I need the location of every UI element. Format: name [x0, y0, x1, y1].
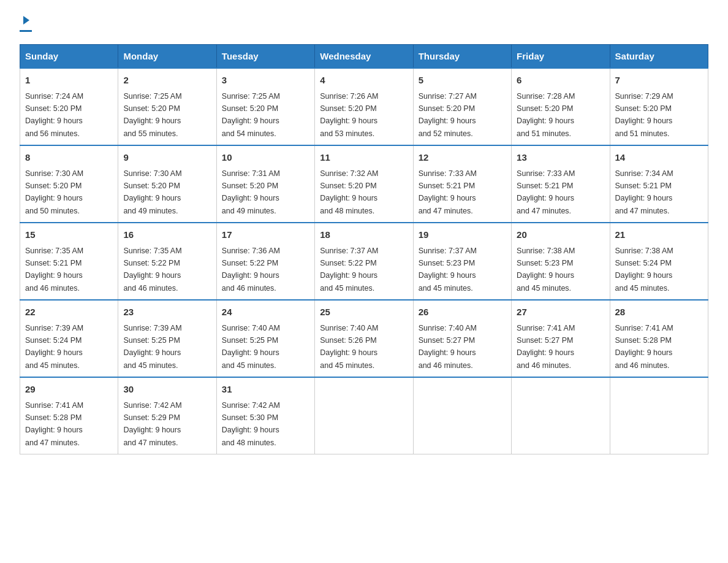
calendar-cell: 31Sunrise: 7:42 AMSunset: 5:30 PMDayligh… [216, 377, 314, 454]
day-number: 4 [320, 74, 408, 88]
day-number: 8 [25, 151, 113, 165]
day-info: Sunrise: 7:30 AMSunset: 5:20 PMDaylight:… [123, 169, 181, 215]
calendar-cell [610, 377, 708, 454]
week-row-5: 29Sunrise: 7:41 AMSunset: 5:28 PMDayligh… [20, 377, 708, 454]
day-info: Sunrise: 7:27 AMSunset: 5:20 PMDaylight:… [419, 92, 477, 138]
calendar-cell [315, 377, 413, 454]
day-number: 25 [320, 305, 408, 320]
week-row-1: 1Sunrise: 7:24 AMSunset: 5:20 PMDaylight… [20, 68, 708, 145]
calendar-cell: 20Sunrise: 7:38 AMSunset: 5:23 PMDayligh… [512, 223, 610, 300]
day-info: Sunrise: 7:42 AMSunset: 5:30 PMDaylight:… [222, 401, 280, 447]
calendar-cell [413, 377, 511, 454]
day-info: Sunrise: 7:32 AMSunset: 5:20 PMDaylight:… [320, 169, 378, 215]
calendar-cell: 10Sunrise: 7:31 AMSunset: 5:20 PMDayligh… [216, 145, 314, 223]
day-info: Sunrise: 7:29 AMSunset: 5:20 PMDaylight:… [615, 92, 673, 138]
day-number: 17 [222, 228, 309, 242]
day-info: Sunrise: 7:35 AMSunset: 5:21 PMDaylight:… [25, 247, 83, 293]
day-header-sunday: Sunday [20, 45, 118, 69]
day-number: 7 [615, 74, 703, 88]
day-number: 11 [320, 151, 408, 165]
calendar-cell: 15Sunrise: 7:35 AMSunset: 5:21 PMDayligh… [20, 223, 118, 300]
day-info: Sunrise: 7:39 AMSunset: 5:25 PMDaylight:… [123, 324, 181, 370]
day-number: 6 [517, 74, 604, 88]
calendar-cell: 29Sunrise: 7:41 AMSunset: 5:28 PMDayligh… [20, 377, 118, 454]
day-number: 16 [123, 228, 211, 242]
day-number: 13 [517, 151, 604, 165]
day-number: 21 [615, 228, 703, 242]
day-number: 18 [320, 228, 408, 242]
day-number: 24 [222, 305, 309, 320]
day-number: 26 [419, 305, 506, 320]
day-info: Sunrise: 7:40 AMSunset: 5:25 PMDaylight:… [222, 324, 280, 370]
day-info: Sunrise: 7:40 AMSunset: 5:26 PMDaylight:… [320, 324, 378, 370]
day-info: Sunrise: 7:38 AMSunset: 5:24 PMDaylight:… [615, 247, 673, 293]
day-number: 28 [615, 305, 703, 320]
day-info: Sunrise: 7:37 AMSunset: 5:23 PMDaylight:… [419, 247, 477, 293]
calendar-cell: 22Sunrise: 7:39 AMSunset: 5:24 PMDayligh… [20, 300, 118, 377]
week-row-4: 22Sunrise: 7:39 AMSunset: 5:24 PMDayligh… [20, 300, 708, 377]
day-number: 2 [123, 74, 211, 88]
calendar-cell: 18Sunrise: 7:37 AMSunset: 5:22 PMDayligh… [315, 223, 413, 300]
svg-marker-0 [23, 16, 29, 25]
calendar-cell: 6Sunrise: 7:28 AMSunset: 5:20 PMDaylight… [512, 68, 610, 145]
calendar-cell: 17Sunrise: 7:36 AMSunset: 5:22 PMDayligh… [216, 223, 314, 300]
logo-underline [20, 30, 32, 32]
day-number: 14 [615, 151, 703, 165]
calendar-cell: 9Sunrise: 7:30 AMSunset: 5:20 PMDaylight… [118, 145, 216, 223]
page-header [20, 15, 708, 32]
day-info: Sunrise: 7:38 AMSunset: 5:23 PMDaylight:… [517, 247, 575, 293]
day-info: Sunrise: 7:25 AMSunset: 5:20 PMDaylight:… [222, 92, 280, 138]
day-number: 20 [517, 228, 604, 242]
day-number: 10 [222, 151, 309, 165]
calendar-cell: 11Sunrise: 7:32 AMSunset: 5:20 PMDayligh… [315, 145, 413, 223]
day-header-wednesday: Wednesday [315, 45, 413, 69]
day-header-friday: Friday [512, 45, 610, 69]
calendar-cell: 3Sunrise: 7:25 AMSunset: 5:20 PMDaylight… [216, 68, 314, 145]
day-info: Sunrise: 7:42 AMSunset: 5:29 PMDaylight:… [123, 401, 181, 447]
day-info: Sunrise: 7:28 AMSunset: 5:20 PMDaylight:… [517, 92, 575, 138]
calendar-cell: 1Sunrise: 7:24 AMSunset: 5:20 PMDaylight… [20, 68, 118, 145]
calendar-cell: 24Sunrise: 7:40 AMSunset: 5:25 PMDayligh… [216, 300, 314, 377]
calendar-cell: 25Sunrise: 7:40 AMSunset: 5:26 PMDayligh… [315, 300, 413, 377]
calendar-cell: 5Sunrise: 7:27 AMSunset: 5:20 PMDaylight… [413, 68, 511, 145]
day-info: Sunrise: 7:41 AMSunset: 5:28 PMDaylight:… [615, 324, 673, 370]
day-number: 1 [25, 74, 113, 88]
day-info: Sunrise: 7:34 AMSunset: 5:21 PMDaylight:… [615, 169, 673, 215]
calendar-cell: 8Sunrise: 7:30 AMSunset: 5:20 PMDaylight… [20, 145, 118, 223]
day-header-saturday: Saturday [610, 45, 708, 69]
week-row-3: 15Sunrise: 7:35 AMSunset: 5:21 PMDayligh… [20, 223, 708, 300]
day-info: Sunrise: 7:41 AMSunset: 5:27 PMDaylight:… [517, 324, 575, 370]
day-number: 3 [222, 74, 309, 88]
calendar-cell [512, 377, 610, 454]
calendar-cell: 23Sunrise: 7:39 AMSunset: 5:25 PMDayligh… [118, 300, 216, 377]
calendar-cell: 26Sunrise: 7:40 AMSunset: 5:27 PMDayligh… [413, 300, 511, 377]
day-info: Sunrise: 7:30 AMSunset: 5:20 PMDaylight:… [25, 169, 83, 215]
day-number: 15 [25, 228, 113, 242]
day-info: Sunrise: 7:33 AMSunset: 5:21 PMDaylight:… [517, 169, 575, 215]
day-header-tuesday: Tuesday [216, 45, 314, 69]
day-info: Sunrise: 7:33 AMSunset: 5:21 PMDaylight:… [419, 169, 477, 215]
day-number: 5 [419, 74, 506, 88]
calendar-cell: 7Sunrise: 7:29 AMSunset: 5:20 PMDaylight… [610, 68, 708, 145]
calendar-cell: 13Sunrise: 7:33 AMSunset: 5:21 PMDayligh… [512, 145, 610, 223]
day-number: 23 [123, 305, 211, 320]
week-row-2: 8Sunrise: 7:30 AMSunset: 5:20 PMDaylight… [20, 145, 708, 223]
day-info: Sunrise: 7:31 AMSunset: 5:20 PMDaylight:… [222, 169, 280, 215]
logo [20, 15, 32, 32]
calendar-cell: 2Sunrise: 7:25 AMSunset: 5:20 PMDaylight… [118, 68, 216, 145]
day-info: Sunrise: 7:24 AMSunset: 5:20 PMDaylight:… [25, 92, 83, 138]
day-number: 9 [123, 151, 211, 165]
calendar-table: SundayMondayTuesdayWednesdayThursdayFrid… [20, 44, 708, 454]
day-number: 31 [222, 383, 309, 397]
day-info: Sunrise: 7:39 AMSunset: 5:24 PMDaylight:… [25, 324, 83, 370]
calendar-cell: 21Sunrise: 7:38 AMSunset: 5:24 PMDayligh… [610, 223, 708, 300]
day-info: Sunrise: 7:36 AMSunset: 5:22 PMDaylight:… [222, 247, 280, 293]
day-number: 27 [517, 305, 604, 320]
day-number: 29 [25, 383, 113, 397]
day-info: Sunrise: 7:41 AMSunset: 5:28 PMDaylight:… [25, 401, 83, 447]
day-number: 30 [123, 383, 211, 397]
day-info: Sunrise: 7:25 AMSunset: 5:20 PMDaylight:… [123, 92, 181, 138]
calendar-cell: 14Sunrise: 7:34 AMSunset: 5:21 PMDayligh… [610, 145, 708, 223]
calendar-cell: 27Sunrise: 7:41 AMSunset: 5:27 PMDayligh… [512, 300, 610, 377]
calendar-cell: 4Sunrise: 7:26 AMSunset: 5:20 PMDaylight… [315, 68, 413, 145]
